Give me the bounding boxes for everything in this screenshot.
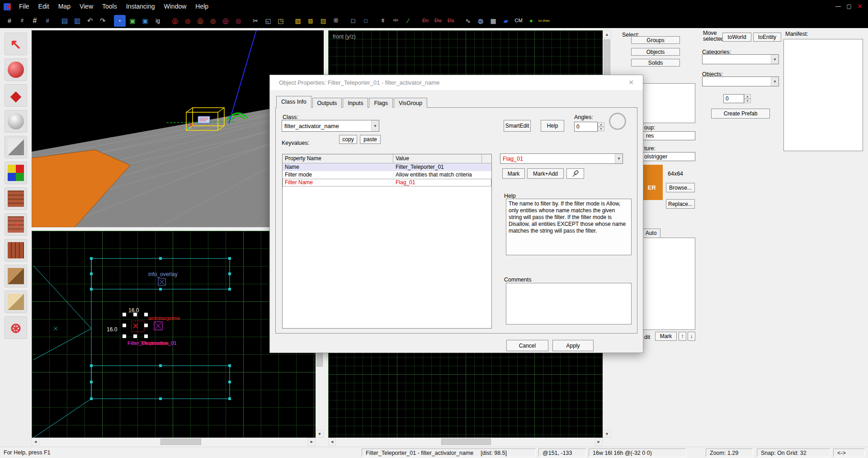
selection-tool[interactable]: ↖ bbox=[5, 33, 27, 55]
dialog-help-button[interactable]: Help bbox=[541, 120, 564, 132]
nodraw-icon[interactable]: no draw bbox=[538, 15, 550, 27]
make-hollow-icon[interactable]: ◎ bbox=[182, 15, 193, 27]
disp-solid-icon[interactable]: Ðo bbox=[420, 15, 431, 27]
toolbar-separator[interactable] bbox=[245, 15, 249, 27]
scroll-thumb[interactable] bbox=[160, 439, 201, 445]
create-prefab-button[interactable]: Create Prefab bbox=[711, 109, 770, 119]
texture-combobox[interactable]: olstrigger bbox=[638, 152, 695, 161]
menu-item[interactable]: View bbox=[75, 0, 98, 13]
property-row[interactable]: Name Filter_Teleporter_01 bbox=[283, 163, 491, 171]
carve-icon[interactable]: ◎ bbox=[169, 15, 181, 27]
run-settings-icon[interactable]: ▣ bbox=[139, 15, 151, 27]
toolbar-separator[interactable] bbox=[458, 15, 461, 27]
auto-visgroup-tab[interactable]: Auto bbox=[642, 229, 660, 238]
load-window-state-icon[interactable]: ▤ bbox=[59, 15, 71, 27]
scroll-thumb[interactable] bbox=[441, 439, 491, 445]
chevron-down-icon[interactable]: ▼ bbox=[371, 120, 379, 131]
chevron-down-icon[interactable]: ▼ bbox=[771, 77, 778, 86]
apply-button[interactable]: Apply bbox=[552, 340, 594, 351]
visgroup-mark-button[interactable]: Mark bbox=[655, 332, 677, 341]
close-icon[interactable]: ✕ bbox=[854, 0, 865, 13]
maximize-icon[interactable]: ▢ bbox=[844, 0, 854, 13]
chat-icon[interactable]: ● bbox=[525, 15, 537, 27]
grid-smaller-icon[interactable]: # bbox=[16, 15, 28, 27]
prefab-count-spinner[interactable]: 0 bbox=[723, 94, 744, 103]
keyvalues-table[interactable]: Property Name Value Name Filter_Teleport… bbox=[282, 154, 492, 329]
vertex-tool[interactable] bbox=[5, 291, 27, 313]
comments-input[interactable] bbox=[506, 283, 632, 324]
to-world-button[interactable]: toWorld bbox=[722, 33, 751, 42]
toolbar-separator[interactable] bbox=[109, 15, 113, 27]
toolbar-separator[interactable] bbox=[343, 15, 346, 27]
show-all-icon[interactable]: ◎ bbox=[232, 15, 244, 27]
to-entity-button[interactable]: toEntity bbox=[753, 33, 781, 42]
toolbar-separator[interactable] bbox=[54, 15, 58, 27]
mark-button[interactable]: Mark bbox=[502, 168, 525, 179]
undo-icon[interactable]: ↶ bbox=[84, 15, 96, 27]
paste-icon[interactable]: ◳ bbox=[275, 15, 287, 27]
scroll-up-icon[interactable]: ▲ bbox=[603, 30, 611, 38]
angles-spinner-arrows[interactable]: ▲▼ bbox=[598, 122, 604, 131]
move-down-icon[interactable]: ↓ bbox=[688, 332, 695, 341]
color-swatch-icon[interactable]: ▰ bbox=[500, 15, 512, 27]
grid-toggle-icon[interactable]: # bbox=[4, 15, 15, 27]
texture-preview[interactable]: ER bbox=[641, 165, 663, 200]
toolbar-separator[interactable] bbox=[165, 15, 168, 27]
menu-item[interactable]: Edit bbox=[34, 0, 54, 13]
scroll-right-icon[interactable]: ► bbox=[308, 438, 316, 446]
column-header-property[interactable]: Property Name bbox=[283, 154, 393, 163]
ig-icon[interactable]: ig bbox=[152, 15, 164, 27]
minimize-icon[interactable]: — bbox=[833, 0, 844, 13]
menu-item[interactable]: Tools bbox=[98, 0, 122, 13]
entity-tool[interactable] bbox=[5, 110, 27, 133]
groups-button[interactable]: Groups bbox=[631, 36, 680, 44]
angles-input[interactable]: 0 bbox=[574, 122, 598, 132]
grid-snap-icon[interactable]: # bbox=[42, 15, 53, 27]
property-row[interactable]: Filter Name Flag_01 bbox=[283, 179, 491, 186]
manifest-listbox[interactable] bbox=[783, 39, 863, 151]
selection-listbox[interactable] bbox=[639, 83, 695, 123]
redo-icon[interactable]: ↷ bbox=[97, 15, 108, 27]
path-tool-icon[interactable]: ∿ bbox=[462, 15, 474, 27]
status-nav[interactable]: <-> bbox=[833, 448, 865, 457]
scroll-left-icon[interactable]: ◄ bbox=[32, 438, 39, 446]
browse-button[interactable]: Browse... bbox=[666, 183, 695, 192]
solids-button[interactable]: Solids bbox=[631, 59, 680, 67]
apply-texture-tool[interactable] bbox=[5, 187, 27, 210]
toolbar-separator[interactable] bbox=[373, 15, 376, 27]
run-map-icon[interactable]: ▣ bbox=[127, 15, 138, 27]
cancel-button[interactable]: Cancel bbox=[506, 340, 548, 351]
close-icon[interactable]: ✕ bbox=[625, 75, 637, 90]
scroll-left-icon[interactable]: ◄ bbox=[328, 438, 336, 446]
scroll-down-icon[interactable]: ▼ bbox=[316, 430, 324, 438]
objects-button[interactable]: Objects bbox=[631, 48, 680, 56]
keyvalue-edit-combobox[interactable]: Flag_01 ▼ bbox=[500, 153, 623, 164]
chevron-down-icon[interactable]: ▼ bbox=[615, 154, 623, 163]
texture-scale-lock-icon[interactable]: ▨ bbox=[305, 15, 316, 27]
class-combobox[interactable]: filter_activator_name ▼ bbox=[282, 120, 379, 132]
menu-item[interactable]: Map bbox=[54, 0, 75, 13]
spinner-arrows[interactable]: ▲▼ bbox=[744, 94, 751, 103]
detail-objects-icon[interactable]: ▦ bbox=[487, 15, 499, 27]
paste-keyvalues-button[interactable]: paste bbox=[360, 135, 381, 144]
group-combobox[interactable]: res bbox=[638, 131, 695, 140]
texture-lock-tl-icon[interactable]: tl bbox=[377, 15, 389, 27]
toolbar-separator[interactable] bbox=[288, 15, 291, 27]
texture-lock-icon[interactable]: ▨ bbox=[292, 15, 304, 27]
magnify-tool[interactable] bbox=[5, 58, 27, 81]
toolbar-separator[interactable] bbox=[415, 15, 419, 27]
scroll-down-icon[interactable]: ▼ bbox=[603, 430, 611, 438]
visgroup-listbox[interactable] bbox=[639, 238, 695, 330]
block-tool[interactable] bbox=[5, 136, 27, 158]
overlay-tool[interactable] bbox=[5, 239, 27, 262]
select-box-icon[interactable]: □ bbox=[347, 15, 359, 27]
eyedropper-button[interactable] bbox=[566, 168, 584, 179]
radius-culling-icon[interactable]: ® bbox=[330, 15, 342, 27]
tab-visgroup[interactable]: VisGroup bbox=[394, 98, 427, 108]
select-touch-icon[interactable]: □ bbox=[360, 15, 372, 27]
scroll-right-icon[interactable]: ► bbox=[595, 438, 603, 446]
categories-combobox[interactable]: ▼ bbox=[702, 54, 779, 64]
toggle-textures-tool[interactable] bbox=[5, 162, 27, 184]
clipping-tool[interactable] bbox=[5, 265, 27, 287]
copy-icon[interactable]: ◱ bbox=[262, 15, 274, 27]
